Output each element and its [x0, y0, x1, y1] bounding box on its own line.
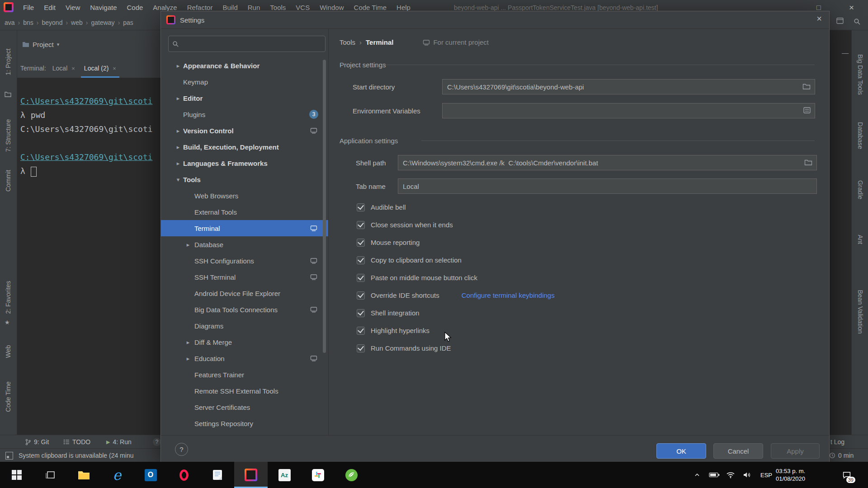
- help-button[interactable]: ?: [175, 443, 188, 456]
- terminal-path-link[interactable]: C:\Users\s4327069\git\scoti: [20, 96, 153, 106]
- sidebar-item-commit[interactable]: Commit: [5, 170, 12, 192]
- sidebar-item-web[interactable]: Web: [5, 345, 12, 358]
- menu-item[interactable]: Edit: [39, 0, 61, 15]
- code-time-widget[interactable]: 0 min: [829, 449, 854, 462]
- start-directory-field[interactable]: [442, 79, 815, 94]
- clock-widget[interactable]: 03:53 p. m. 01/08/2020: [776, 462, 805, 488]
- file-explorer-button[interactable]: [67, 462, 100, 488]
- sidebar-item-database[interactable]: Database: [857, 122, 864, 149]
- opera-button[interactable]: [167, 462, 201, 488]
- breadcrumb-item[interactable]: bns: [20, 19, 36, 26]
- action-center-button[interactable]: 39: [842, 462, 852, 488]
- terminal-path-link[interactable]: C:\Users\s4327069\git\scoti: [20, 152, 153, 162]
- chevron-right-icon[interactable]: ▸: [175, 62, 182, 69]
- tree-item[interactable]: Diagrams: [161, 318, 328, 334]
- tree-scrollbar[interactable]: [323, 60, 326, 353]
- help-circle-button[interactable]: ?: [153, 435, 161, 449]
- sidebar-item-project[interactable]: 1: Project: [5, 48, 12, 75]
- tree-item[interactable]: External Tools: [161, 204, 328, 220]
- terminal-tab-local[interactable]: Local ×: [48, 59, 80, 78]
- tree-item[interactable]: ▸Version Control: [161, 122, 328, 139]
- sidebar-item-bean-validation[interactable]: Bean Validation: [857, 290, 864, 333]
- menu-item[interactable]: Code: [122, 0, 148, 15]
- tree-item[interactable]: ▸Appearance & Behavior: [161, 57, 328, 74]
- checkbox-run-commands-using-ide[interactable]: [357, 344, 365, 352]
- hide-panel-icon[interactable]: —: [842, 49, 849, 56]
- breadcrumb-item[interactable]: ava: [2, 19, 18, 26]
- slack-button[interactable]: [301, 462, 335, 488]
- tree-item[interactable]: SSH Configurations: [161, 253, 328, 269]
- spring-tools-button[interactable]: [335, 462, 368, 488]
- environment-variables-field[interactable]: [442, 103, 815, 118]
- apply-button[interactable]: Apply: [771, 443, 820, 459]
- settings-search-input[interactable]: [182, 40, 310, 48]
- tree-item[interactable]: Keymap: [161, 74, 328, 90]
- terminal-tab-local-2[interactable]: Local (2) ×: [80, 59, 121, 78]
- close-dialog-icon[interactable]: ×: [816, 14, 822, 24]
- shell-path-field[interactable]: [398, 155, 817, 170]
- todo-toolwindow-button[interactable]: TODO: [63, 435, 90, 449]
- tree-item[interactable]: ▸Build, Execution, Deployment: [161, 139, 328, 155]
- tree-item[interactable]: SSH Terminal: [161, 269, 328, 285]
- chevron-right-icon[interactable]: ▸: [184, 241, 192, 248]
- cancel-button[interactable]: Cancel: [713, 443, 763, 459]
- settings-search-box[interactable]: [168, 36, 326, 52]
- tree-item[interactable]: ▸Database: [161, 236, 328, 253]
- intellij-idea-button[interactable]: [234, 462, 268, 488]
- tree-item[interactable]: Web Browsers: [161, 188, 328, 204]
- breadcrumb-item[interactable]: web: [68, 19, 85, 26]
- close-tab-icon[interactable]: ×: [113, 65, 116, 72]
- azure-studio-button[interactable]: Az: [268, 462, 301, 488]
- ok-button[interactable]: OK: [656, 443, 706, 459]
- notes-button[interactable]: [201, 462, 234, 488]
- terminal-output[interactable]: C:\Users\s4327069\git\scoti λpwd C:\User…: [20, 94, 153, 178]
- breadcrumb-tools[interactable]: Tools: [340, 38, 355, 46]
- chevron-down-icon[interactable]: ▾: [175, 176, 182, 183]
- tree-item[interactable]: ▸Diff & Merge: [161, 334, 328, 350]
- checkbox-highlight-hyperlinks[interactable]: [357, 327, 365, 335]
- chevron-right-icon[interactable]: ▸: [175, 144, 182, 150]
- sidebar-item-structure[interactable]: 7: Structure: [5, 119, 12, 152]
- tree-item[interactable]: Android Device File Explorer: [161, 285, 328, 301]
- search-everywhere-icon[interactable]: [854, 18, 861, 25]
- sidebar-item-ant[interactable]: Ant: [857, 235, 864, 244]
- close-tab-icon[interactable]: ×: [71, 65, 75, 72]
- language-indicator[interactable]: ESP: [760, 462, 772, 488]
- checkbox-mouse-reporting[interactable]: [357, 239, 365, 247]
- sidebar-item-gradle[interactable]: Gradle: [857, 180, 864, 199]
- checkbox-shell-integration[interactable]: [357, 309, 365, 317]
- start-button[interactable]: [0, 462, 33, 488]
- window-switcher-icon[interactable]: [836, 18, 844, 24]
- toolwindow-toggle-icon[interactable]: [5, 452, 13, 460]
- volume-indicator[interactable]: [743, 462, 751, 488]
- tree-item-tools[interactable]: ▾Tools: [161, 171, 328, 188]
- sidebar-item-code-time[interactable]: Code Time: [5, 381, 12, 412]
- variables-list-icon[interactable]: [803, 107, 811, 113]
- tree-item[interactable]: Features Trainer: [161, 366, 328, 383]
- breadcrumb-item[interactable]: pas: [120, 19, 136, 26]
- dialog-title-bar[interactable]: Settings ×: [161, 11, 829, 29]
- close-window-icon[interactable]: ×: [849, 0, 854, 15]
- checkbox-close-session[interactable]: [357, 221, 365, 229]
- breadcrumb-item[interactable]: gateway: [88, 19, 117, 26]
- task-view-button[interactable]: [33, 462, 67, 488]
- wifi-indicator[interactable]: [726, 462, 735, 488]
- breadcrumb-item[interactable]: beyond: [39, 19, 66, 26]
- checkbox-paste-middle-click[interactable]: [357, 274, 365, 282]
- internet-explorer-button[interactable]: e: [100, 462, 134, 488]
- tree-item[interactable]: Server Certificates: [161, 399, 328, 415]
- browse-folder-icon[interactable]: [804, 159, 812, 166]
- sidebar-item-favorites[interactable]: 2: Favorites: [5, 281, 12, 314]
- tree-item[interactable]: Settings Repository: [161, 415, 328, 432]
- menu-item[interactable]: Navigate: [85, 0, 122, 15]
- configure-terminal-keybindings-link[interactable]: Configure terminal keybindings: [462, 291, 555, 299]
- checkbox-copy-to-clipboard[interactable]: [357, 256, 365, 264]
- git-toolwindow-button[interactable]: 9: Git: [25, 435, 49, 449]
- chevron-right-icon[interactable]: ▸: [184, 355, 192, 362]
- outlook-button[interactable]: O: [134, 462, 167, 488]
- tree-item-terminal[interactable]: Terminal: [161, 220, 328, 236]
- project-panel-header[interactable]: Project ▾: [17, 30, 166, 59]
- tree-item[interactable]: Plugins3: [161, 106, 328, 122]
- battery-indicator[interactable]: [709, 462, 720, 488]
- sidebar-item-big-data-tools[interactable]: Big Data Tools: [857, 54, 864, 95]
